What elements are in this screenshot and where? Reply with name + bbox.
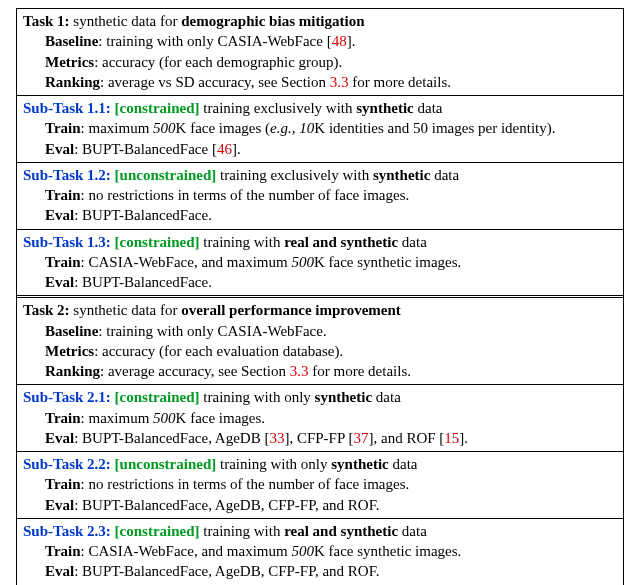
subtask-2-3-desc-b: real and synthetic (284, 523, 398, 539)
task1-ranking-a: : average vs SD accuracy, see Section (100, 74, 330, 90)
subtask-2-2-header: Sub-Task 2.2: [unconstrained] training w… (23, 454, 617, 474)
task1-metrics-label: Metrics (45, 54, 94, 70)
subtask-2-1-train-label: Train (45, 410, 81, 426)
subtask-2-2-eval-text: : BUPT-BalancedFace, AgeDB, CFP-FP, and … (74, 497, 379, 513)
subtask-2-2-desc-c: data (389, 456, 418, 472)
subtask-1-1-train-a: : maximum (81, 120, 154, 136)
subtask-2-1-eval-ref1: 33 (269, 430, 284, 446)
subtask-1-1-desc-b: synthetic (356, 100, 414, 116)
subtask-1-3-eval: Eval: BUPT-BalancedFace. (23, 272, 617, 292)
task1-ranking-ref: 3.3 (330, 74, 349, 90)
task1-metrics: Metrics: accuracy (for each demographic … (23, 52, 617, 72)
subtask-2-3-train-label: Train (45, 543, 81, 559)
subtask-1-3-train-b: face synthetic images. (325, 254, 462, 270)
subtask-2-3-desc-a: training with (200, 523, 285, 539)
subtask-2-1-constraint: [constrained] (111, 389, 200, 405)
subtask-1-1-train-c: 10K (296, 120, 326, 136)
task2-baseline-label: Baseline (45, 323, 98, 339)
task1-metrics-text: : accuracy (for each demographic group). (94, 54, 342, 70)
subtask-2-1-eval-a: : BUPT-BalancedFace, AgeDB [ (74, 430, 269, 446)
subtask-2-1-train-k: 500K (153, 410, 186, 426)
task1-baseline-label: Baseline (45, 33, 98, 49)
subtask-1-2-eval: Eval: BUPT-BalancedFace. (23, 205, 617, 225)
subtask-1-3-train-a: : CASIA-WebFace, and maximum (81, 254, 292, 270)
subtask-1-3-desc-b: real and synthetic (284, 234, 398, 250)
subtask-2-1-train-b: face images. (186, 410, 265, 426)
subtask-2-1-eval-label: Eval (45, 430, 74, 446)
task2-ranking-label: Ranking (45, 363, 100, 379)
subtask-1-2: Sub-Task 1.2: [unconstrained] training e… (17, 162, 623, 229)
subtask-2-2-train: Train: no restrictions in terms of the n… (23, 474, 617, 494)
subtask-2-3-train: Train: CASIA-WebFace, and maximum 500K f… (23, 541, 617, 561)
subtask-1-2-desc-b: synthetic (373, 167, 431, 183)
subtask-2-3-eval: Eval: BUPT-BalancedFace, AgeDB, CFP-FP, … (23, 561, 617, 581)
subtask-1-3-desc-c: data (398, 234, 427, 250)
subtask-2-1-train-a: : maximum (81, 410, 154, 426)
task1-baseline: Baseline: training with only CASIA-WebFa… (23, 31, 617, 51)
task2-ranking-a: : average accuracy, see Section (100, 363, 290, 379)
task1-baseline-text: : training with only CASIA-WebFace [ (98, 33, 331, 49)
subtask-1-1-eval-ref: 46 (217, 141, 232, 157)
task2-ranking-b: for more details. (309, 363, 411, 379)
subtask-2-3-eval-label: Eval (45, 563, 74, 579)
subtask-1-2-label: Sub-Task 1.2: (23, 167, 111, 183)
task2-block: Task 2: synthetic data for overall perfo… (17, 295, 623, 384)
subtask-2-3-constraint: [constrained] (111, 523, 200, 539)
subtask-2-2-train-text: : no restrictions in terms of the number… (81, 476, 410, 492)
subtask-1-3-train-k: 500K (291, 254, 324, 270)
subtask-1-1-eval-a: : BUPT-BalancedFace [ (74, 141, 217, 157)
subtask-1-1-train-label: Train (45, 120, 81, 136)
subtask-1-1-desc-c: data (414, 100, 443, 116)
subtask-1-1-header: Sub-Task 1.1: [constrained] training exc… (23, 98, 617, 118)
task1-header: Task 1: synthetic data for demographic b… (23, 11, 617, 31)
subtask-2-1-eval-d: ]. (459, 430, 468, 446)
subtask-1-1-train: Train: maximum 500K face images (e.g., 1… (23, 118, 617, 138)
task2-label: Task 2: (23, 302, 70, 318)
task2-metrics-label: Metrics (45, 343, 94, 359)
subtask-2-3: Sub-Task 2.3: [constrained] training wit… (17, 518, 623, 585)
subtask-1-1-eval: Eval: BUPT-BalancedFace [46]. (23, 139, 617, 159)
subtask-2-3-train-b: face synthetic images. (325, 543, 462, 559)
task1-ranking-label: Ranking (45, 74, 100, 90)
subtask-2-2-desc-b: synthetic (331, 456, 389, 472)
task-table: Task 1: synthetic data for demographic b… (16, 8, 624, 585)
subtask-1-3-label: Sub-Task 1.3: (23, 234, 111, 250)
subtask-2-2: Sub-Task 2.2: [unconstrained] training w… (17, 451, 623, 518)
subtask-2-3-eval-text: : BUPT-BalancedFace, AgeDB, CFP-FP, and … (74, 563, 379, 579)
subtask-1-1-train-d: identities and 50 images per identity). (325, 120, 555, 136)
task2-desc-a: synthetic data for (70, 302, 182, 318)
subtask-2-1-eval-b: ], CFP-FP [ (284, 430, 353, 446)
subtask-1-1-eval-b: ]. (232, 141, 241, 157)
subtask-2-1-desc-c: data (372, 389, 401, 405)
subtask-2-2-eval: Eval: BUPT-BalancedFace, AgeDB, CFP-FP, … (23, 495, 617, 515)
subtask-1-3-header: Sub-Task 1.3: [constrained] training wit… (23, 232, 617, 252)
subtask-2-2-constraint: [unconstrained] (111, 456, 216, 472)
subtask-2-1-header: Sub-Task 2.1: [constrained] training wit… (23, 387, 617, 407)
subtask-1-3-desc-a: training with (200, 234, 285, 250)
subtask-2-1-eval-ref3: 15 (444, 430, 459, 446)
subtask-1-2-train-label: Train (45, 187, 81, 203)
subtask-1-1-desc-a: training exclusively with (200, 100, 357, 116)
subtask-2-3-train-k: 500K (291, 543, 324, 559)
subtask-1-3-eval-label: Eval (45, 274, 74, 290)
task1-desc-b: demographic bias mitigation (181, 13, 364, 29)
subtask-2-3-desc-c: data (398, 523, 427, 539)
subtask-2-3-train-a: : CASIA-WebFace, and maximum (81, 543, 292, 559)
task2-desc-b: overall performance improvement (181, 302, 401, 318)
subtask-2-1-eval-ref2: 37 (354, 430, 369, 446)
subtask-1-2-constraint: [unconstrained] (111, 167, 216, 183)
subtask-2-2-train-label: Train (45, 476, 81, 492)
task1-baseline-ref: 48 (332, 33, 347, 49)
subtask-1-1-label: Sub-Task 1.1: (23, 100, 111, 116)
subtask-2-1-label: Sub-Task 2.1: (23, 389, 111, 405)
subtask-1-1-train-b: face images ( (186, 120, 270, 136)
subtask-1-2-desc-c: data (430, 167, 459, 183)
task2-ranking: Ranking: average accuracy, see Section 3… (23, 361, 617, 381)
subtask-1-2-train: Train: no restrictions in terms of the n… (23, 185, 617, 205)
subtask-2-3-header: Sub-Task 2.3: [constrained] training wit… (23, 521, 617, 541)
subtask-2-1-eval-c: ], and ROF [ (369, 430, 445, 446)
subtask-2-3-label: Sub-Task 2.3: (23, 523, 111, 539)
task2-ranking-ref: 3.3 (290, 363, 309, 379)
task1-ranking: Ranking: average vs SD accuracy, see Sec… (23, 72, 617, 92)
subtask-1-2-desc-a: training exclusively with (216, 167, 373, 183)
